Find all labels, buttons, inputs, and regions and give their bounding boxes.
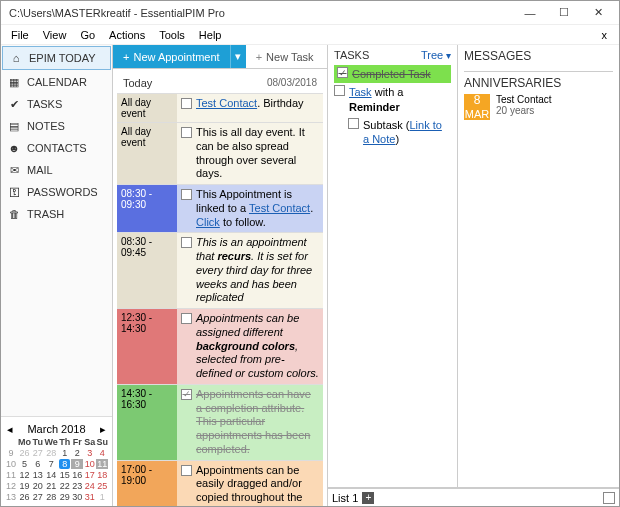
cal-day[interactable]: 31 — [84, 492, 96, 502]
calendar-icon: ▦ — [7, 75, 21, 89]
nav-epim-today[interactable]: ⌂EPIM TODAY — [2, 46, 111, 70]
appointment-time: All day event — [117, 94, 177, 122]
cal-day[interactable]: 8 — [59, 459, 71, 469]
tasks-panel: TASKS Tree ▾ ✓Completed TaskTask with a … — [328, 45, 458, 487]
menu-go[interactable]: Go — [74, 27, 101, 43]
menu-actions[interactable]: Actions — [103, 27, 151, 43]
key-icon: ⚿ — [7, 185, 21, 199]
cal-day[interactable]: 15 — [59, 470, 71, 480]
menu-help[interactable]: Help — [193, 27, 228, 43]
cal-day[interactable]: 27 — [32, 492, 44, 502]
checkbox-icon[interactable]: ✓ — [181, 389, 192, 400]
cal-day[interactable]: 5 — [18, 459, 31, 469]
appointment-time: 14:30 - 16:30 — [117, 385, 177, 460]
maximize-button[interactable]: ☐ — [547, 2, 581, 24]
nav-mail[interactable]: ✉MAIL — [1, 159, 112, 181]
appointment-text: Appointments can have a completion attri… — [196, 388, 319, 457]
cal-day[interactable]: 24 — [84, 481, 96, 491]
task-item[interactable]: Task with a Reminder — [334, 83, 451, 116]
mini-calendar[interactable]: ◂ March 2018 ▸ MoTuWeThFrSaSu92627281234… — [1, 416, 112, 506]
cal-day[interactable]: 21 — [45, 481, 58, 491]
window-path: C:\Users\MASTERkreatif - EssentialPIM Pr… — [5, 7, 513, 19]
appointment-row[interactable]: 17:00 - 19:00 Appointments can be easily… — [117, 460, 323, 507]
appointment-row[interactable]: All day event Test Contact. Birthday — [117, 93, 323, 122]
nav-notes[interactable]: ▤NOTES — [1, 115, 112, 137]
menu-tools[interactable]: Tools — [153, 27, 191, 43]
nav-calendar[interactable]: ▦CALENDAR — [1, 71, 112, 93]
tasks-tree-link[interactable]: Tree ▾ — [421, 49, 451, 61]
cal-day[interactable]: 18 — [96, 470, 108, 480]
anniversary-item[interactable]: 8MAR Test Contact 20 years — [464, 94, 613, 120]
status-list[interactable]: List 1 — [332, 492, 358, 504]
new-appointment-dropdown[interactable]: ▾ — [230, 45, 246, 68]
appointment-time: 08:30 - 09:30 — [117, 185, 177, 232]
cal-day[interactable]: 14 — [45, 470, 58, 480]
cal-prev-icon[interactable]: ◂ — [7, 423, 13, 436]
checkbox-icon[interactable]: ✓ — [337, 67, 348, 78]
panel-close-icon[interactable]: x — [596, 27, 614, 43]
checkbox-icon[interactable] — [181, 237, 192, 248]
cal-day[interactable]: 20 — [32, 481, 44, 491]
task-item[interactable]: Subtask (Link to a Note) — [348, 116, 451, 149]
cal-day[interactable]: 28 — [45, 492, 58, 502]
checkbox-icon[interactable] — [181, 465, 192, 476]
appointment-row[interactable]: All day event This is all day event. It … — [117, 122, 323, 184]
appointment-text: Appointments can be assigned different b… — [196, 312, 319, 381]
appointment-row[interactable]: 12:30 - 14:30 Appointments can be assign… — [117, 308, 323, 384]
nav-trash[interactable]: 🗑TRASH — [1, 203, 112, 225]
cal-day[interactable]: 9 — [71, 459, 83, 469]
cal-day[interactable]: 26 — [18, 492, 31, 502]
appointment-row[interactable]: 14:30 - 16:30 ✓Appointments can have a c… — [117, 384, 323, 460]
checkbox-icon[interactable] — [181, 313, 192, 324]
nav-tasks[interactable]: ✔TASKS — [1, 93, 112, 115]
nav-contacts[interactable]: ☻CONTACTS — [1, 137, 112, 159]
checkbox-icon[interactable] — [348, 118, 359, 129]
cal-day[interactable]: 11 — [96, 459, 108, 469]
cal-day[interactable]: 4 — [96, 448, 108, 458]
tasks-title: TASKS — [334, 49, 369, 61]
cal-day[interactable]: 6 — [32, 459, 44, 469]
cal-day[interactable]: 29 — [59, 492, 71, 502]
cal-day[interactable]: 16 — [71, 470, 83, 480]
sidebar: ⌂EPIM TODAY▦CALENDAR✔TASKS▤NOTES☻CONTACT… — [1, 45, 113, 506]
check-icon: ✔ — [7, 97, 21, 111]
cal-day[interactable]: 13 — [32, 470, 44, 480]
menu-file[interactable]: File — [5, 27, 35, 43]
checkbox-icon[interactable] — [181, 98, 192, 109]
checkbox-icon[interactable] — [181, 127, 192, 138]
checkbox-icon[interactable] — [181, 189, 192, 200]
close-button[interactable]: ✕ — [581, 2, 615, 24]
titlebar: C:\Users\MASTERkreatif - EssentialPIM Pr… — [1, 1, 619, 25]
cal-day[interactable]: 2 — [71, 448, 83, 458]
cal-day[interactable]: 19 — [18, 481, 31, 491]
cal-day[interactable]: 12 — [18, 470, 31, 480]
add-list-icon[interactable]: + — [362, 492, 374, 504]
checkbox-icon[interactable] — [334, 85, 345, 96]
cal-day[interactable]: 23 — [71, 481, 83, 491]
cal-day[interactable]: 22 — [59, 481, 71, 491]
cal-day[interactable]: 17 — [84, 470, 96, 480]
new-appointment-button[interactable]: + New Appointment — [113, 45, 230, 68]
appointment-row[interactable]: 08:30 - 09:30 This Appointment is linked… — [117, 184, 323, 232]
nav-passwords[interactable]: ⚿PASSWORDS — [1, 181, 112, 203]
cal-day[interactable]: 30 — [71, 492, 83, 502]
cal-day[interactable]: 1 — [96, 492, 108, 502]
appointment-time: 08:30 - 09:45 — [117, 233, 177, 308]
task-item[interactable]: ✓Completed Task — [334, 65, 451, 83]
cal-day[interactable]: 27 — [32, 448, 44, 458]
messages-panel: MESSAGES ANNIVERSARIES 8MAR Test Contact… — [458, 45, 619, 487]
cal-day[interactable]: 3 — [84, 448, 96, 458]
appointment-row[interactable]: 08:30 - 09:45 This is an appointment tha… — [117, 232, 323, 308]
day-header: Today08/03/2018 — [117, 73, 323, 93]
menu-view[interactable]: View — [37, 27, 73, 43]
cal-day[interactable]: 26 — [18, 448, 31, 458]
cal-day[interactable]: 10 — [84, 459, 96, 469]
status-right-icon[interactable] — [603, 492, 615, 504]
cal-day[interactable]: 25 — [96, 481, 108, 491]
cal-next-icon[interactable]: ▸ — [100, 423, 106, 436]
cal-day[interactable]: 1 — [59, 448, 71, 458]
minimize-button[interactable]: — — [513, 2, 547, 24]
cal-day[interactable]: 28 — [45, 448, 58, 458]
cal-day[interactable]: 7 — [45, 459, 58, 469]
new-task-button[interactable]: + New Task — [246, 45, 324, 68]
